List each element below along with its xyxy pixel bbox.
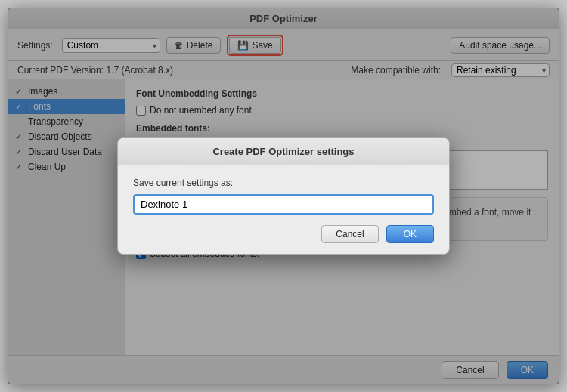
modal-buttons: Cancel OK — [133, 225, 434, 243]
modal-body: Save current settings as: Cancel OK — [118, 165, 449, 254]
modal-ok-button[interactable]: OK — [386, 225, 434, 243]
modal-prompt: Save current settings as: — [133, 177, 434, 188]
modal-overlay: Create PDF Optimizer settings Save curre… — [8, 8, 559, 384]
modal-title: Create PDF Optimizer settings — [118, 138, 449, 165]
modal-dialog: Create PDF Optimizer settings Save curre… — [117, 137, 450, 255]
modal-cancel-button[interactable]: Cancel — [321, 225, 378, 243]
modal-input[interactable] — [133, 194, 434, 215]
